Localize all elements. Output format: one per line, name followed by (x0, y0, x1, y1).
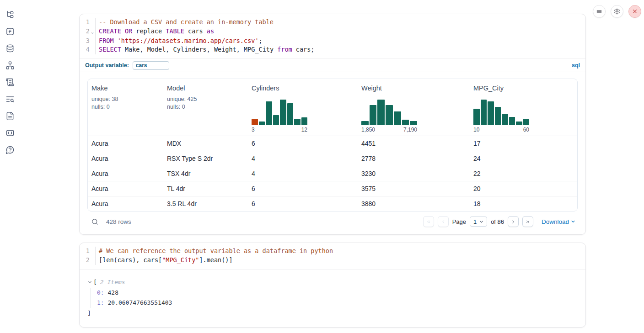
page-select[interactable]: 1 (470, 217, 487, 227)
window-controls (593, 5, 641, 18)
page-total-label: of 86 (491, 218, 504, 225)
table-row: Acura3.5 RL 4dr6388018 (88, 196, 577, 211)
histogram-bar[interactable] (473, 109, 480, 125)
output-variable-label: Output variable: (85, 62, 129, 69)
code-line: 4SELECT Make, Model, Cylinders, Weight, … (80, 45, 585, 54)
line-number: 3 (80, 37, 90, 46)
histogram-bar[interactable] (386, 105, 393, 125)
histogram-bar[interactable] (259, 122, 265, 125)
histogram-bar[interactable] (266, 101, 272, 125)
column-header-make[interactable]: Make unique: 38 nulls: 0 (88, 79, 163, 136)
table-cell: 3.5 RL 4dr (163, 200, 248, 207)
table-row: AcuraTSX 4dr4323022 (88, 166, 577, 181)
column-stat-unique: unique: 425 (167, 96, 244, 102)
histogram-bar[interactable] (488, 101, 494, 125)
line-number: 1 (80, 247, 90, 256)
logs-icon[interactable] (5, 95, 15, 104)
histogram-bar[interactable] (523, 119, 530, 125)
last-page-button[interactable] (522, 216, 533, 227)
tree-collapse-icon[interactable] (87, 280, 93, 285)
tree-entry: 1: 20.060747663551403 (97, 298, 578, 308)
histogram-bar[interactable] (377, 100, 385, 125)
file-explorer-icon[interactable] (5, 10, 15, 19)
column-header-mpg-city[interactable]: MPG_City 10 60 (470, 79, 577, 136)
code-text: SELECT Make, Model, Cylinders, Weight, M… (95, 45, 314, 54)
histogram-bar[interactable] (287, 103, 294, 125)
table-cell: 22 (470, 170, 577, 177)
axis-min-label: 10 (473, 127, 479, 133)
tree-entry-value: 20.060747663551403 (107, 299, 172, 306)
histogram-bar[interactable] (294, 119, 301, 125)
page-select-value: 1 (473, 218, 477, 225)
histogram-bar[interactable] (502, 114, 508, 125)
output-variable-input[interactable] (133, 61, 169, 70)
dependency-graph-icon[interactable] (5, 61, 15, 70)
column-header-cylinders[interactable]: Cylinders 3 12 (248, 79, 358, 136)
histogram-bar[interactable] (301, 117, 308, 125)
histogram-bar[interactable] (361, 121, 369, 125)
table-cell: 6 (248, 200, 358, 207)
histogram-bar[interactable] (495, 107, 501, 125)
gear-icon (614, 8, 620, 15)
sql-code-editor[interactable]: 1-- Download a CSV and create an in-memo… (80, 14, 585, 58)
documentation-icon[interactable] (5, 111, 15, 121)
code-text: -- Download a CSV and create an in-memor… (95, 18, 274, 27)
column-name: Model (167, 85, 244, 92)
histogram-axis: 10 60 (473, 127, 529, 133)
variables-icon[interactable] (5, 27, 15, 36)
output-variable-bar: Output variable: sql (80, 58, 585, 72)
table-cell: Acura (88, 140, 163, 147)
tree-entry-key: 0: (97, 289, 104, 296)
table-cell: 6 (248, 185, 358, 192)
table-cell: Acura (88, 155, 163, 162)
axis-max-label: 60 (523, 127, 529, 133)
datasources-icon[interactable] (5, 44, 15, 53)
help-icon[interactable] (5, 145, 15, 154)
table-cell: 18 (470, 200, 577, 207)
search-icon[interactable] (91, 218, 99, 226)
language-badge: sql (572, 62, 580, 69)
next-page-button[interactable] (508, 216, 519, 227)
table-cell: RSX Type S 2dr (163, 155, 248, 162)
table-row: AcuraMDX6445117 (88, 136, 577, 151)
column-header-model[interactable]: Model unique: 425 nulls: 0 (163, 79, 248, 136)
tree-entry: 0: 428 (97, 288, 578, 298)
histogram-bar[interactable] (273, 115, 279, 125)
settings-button[interactable] (611, 5, 623, 18)
menu-icon (596, 8, 602, 15)
cylinders-histogram (252, 100, 307, 125)
column-name: MPG_City (473, 85, 574, 92)
table-footer: 428 rows Page 1 of 86 (87, 212, 578, 231)
previous-page-button[interactable] (438, 216, 449, 227)
table-cell: 3230 (358, 170, 470, 177)
histogram-bar[interactable] (481, 100, 487, 125)
python-code-editor[interactable]: 1# We can reference the output variable … (80, 243, 585, 269)
histogram-bar[interactable] (394, 111, 401, 125)
column-name: Cylinders (252, 85, 354, 92)
column-header-weight[interactable]: Weight 1,850 7,190 (358, 79, 470, 136)
histogram-bar[interactable] (410, 121, 417, 125)
close-button[interactable] (628, 5, 641, 18)
axis-max-label: 12 (301, 127, 307, 133)
histogram-bar[interactable] (516, 122, 522, 125)
scratchpad-icon[interactable] (5, 78, 15, 87)
weight-histogram (361, 100, 417, 125)
histogram-bar[interactable] (280, 100, 286, 125)
first-page-button[interactable] (423, 216, 434, 227)
table-cell: MDX (163, 140, 248, 147)
fold-toggle-icon[interactable]: ⌄ (90, 27, 95, 37)
menu-button[interactable] (593, 5, 606, 18)
download-button[interactable]: Download (542, 218, 576, 225)
snippets-icon[interactable] (5, 128, 15, 137)
histogram-bar[interactable] (402, 120, 409, 125)
page-label: Page (452, 218, 466, 225)
histogram-bar[interactable] (252, 119, 258, 125)
python-cell-output: [ 2 Items 0: 4281: 20.060747663551403 ] (80, 270, 585, 327)
code-text: # We can reference the output variable a… (95, 247, 333, 256)
table-row: AcuraRSX Type S 2dr4277824 (88, 151, 577, 166)
code-line: 2⌄CREATE OR replace TABLE cars as (80, 27, 585, 37)
chevrons-right-icon (526, 219, 530, 225)
histogram-bar[interactable] (509, 117, 515, 125)
histogram-bar[interactable] (370, 105, 377, 125)
pagination: Page 1 of 86 Download (423, 216, 576, 227)
